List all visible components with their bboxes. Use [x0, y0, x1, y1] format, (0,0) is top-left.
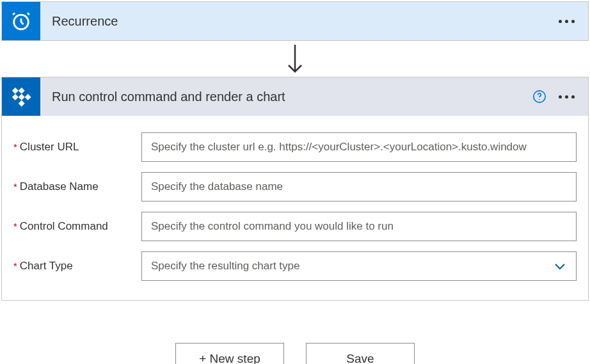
recurrence-title: Recurrence	[40, 14, 554, 29]
chart-type-select[interactable]	[141, 251, 577, 281]
arrow-down-icon	[283, 44, 307, 75]
clock-icon	[10, 10, 32, 32]
control-command-label: * Control Command	[13, 220, 141, 233]
action-title: Run control command and render a chart	[40, 90, 530, 104]
flow-arrow	[1, 41, 589, 77]
recurrence-card: Recurrence	[1, 1, 589, 41]
control-command-label-text: Control Command	[20, 220, 108, 233]
help-icon	[532, 90, 546, 104]
required-asterisk: *	[13, 261, 17, 271]
new-step-button[interactable]: + New step	[175, 343, 284, 364]
svg-rect-4	[12, 94, 19, 100]
control-command-input[interactable]	[141, 212, 577, 241]
svg-rect-2	[12, 88, 19, 94]
chart-type-label: * Chart Type	[13, 260, 141, 273]
action-icon-box	[2, 77, 40, 116]
svg-rect-7	[19, 100, 25, 107]
action-more-button[interactable]	[554, 95, 579, 99]
svg-point-9	[539, 99, 540, 100]
field-row-chart-type: * Chart Type	[13, 251, 577, 281]
database-name-label-text: Database Name	[20, 180, 99, 193]
footer-buttons: + New step Save	[1, 343, 589, 364]
chart-type-label-text: Chart Type	[20, 260, 73, 273]
required-asterisk: *	[13, 221, 17, 231]
save-button[interactable]: Save	[306, 343, 415, 364]
cluster-url-label-text: Cluster URL	[20, 141, 79, 154]
svg-rect-5	[19, 94, 25, 100]
required-asterisk: *	[13, 182, 17, 191]
recurrence-icon-box	[2, 2, 40, 40]
cluster-url-label: * Cluster URL	[13, 141, 141, 154]
field-row-cluster-url: * Cluster URL	[13, 132, 577, 162]
database-name-label: * Database Name	[13, 180, 141, 193]
cluster-url-input[interactable]	[141, 132, 577, 162]
action-body: * Cluster URL * Database Name * Control …	[2, 116, 588, 300]
action-card: Run control command and render a chart *…	[1, 77, 589, 301]
field-row-database-name: * Database Name	[13, 172, 577, 202]
required-asterisk: *	[13, 142, 17, 152]
recurrence-more-button[interactable]	[554, 20, 579, 23]
database-name-input[interactable]	[141, 172, 577, 202]
field-row-control-command: * Control Command	[13, 212, 577, 241]
ellipsis-icon	[559, 20, 575, 23]
recurrence-header[interactable]: Recurrence	[2, 2, 588, 40]
svg-rect-3	[19, 88, 25, 94]
action-header[interactable]: Run control command and render a chart	[2, 77, 588, 116]
help-button[interactable]	[530, 88, 548, 106]
ellipsis-icon	[559, 95, 575, 99]
kusto-icon	[10, 86, 32, 107]
svg-rect-6	[25, 94, 31, 100]
